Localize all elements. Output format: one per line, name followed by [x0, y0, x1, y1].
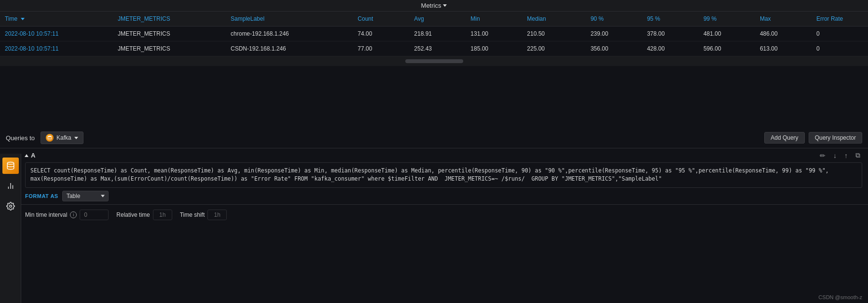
sidebar-icon-settings[interactable] — [2, 198, 19, 214]
query-a-section: A ✏ ↓ ↑ ⧉ SELECT count(ResponseTime) as … — [0, 148, 868, 205]
datasource-selector[interactable]: Kafka — [41, 132, 83, 144]
col-p99[interactable]: 99 % — [699, 12, 755, 26]
metrics-title[interactable]: Metrics — [421, 2, 447, 9]
table-row: 2022-08-10 10:57:11JMETER_METRICSCSDN-19… — [0, 41, 868, 56]
queries-left: Queries to Kafka — [6, 132, 83, 144]
query-down-button[interactable]: ↓ — [831, 151, 839, 159]
cell-max: 613.00 — [755, 41, 812, 56]
col-errorrate[interactable]: Error Rate — [812, 12, 868, 26]
min-time-interval-label: Min time interval — [25, 211, 67, 218]
format-as-label: FORMAT AS — [25, 193, 58, 199]
query-row-header: A ✏ ↓ ↑ ⧉ — [25, 151, 862, 159]
scroll-thumb[interactable] — [405, 59, 463, 63]
query-inspect-button[interactable]: Query Inspector — [809, 132, 862, 144]
query-copy-button[interactable]: ⧉ — [854, 151, 862, 159]
metrics-table: Time JMETER_METRICS SampleLabel Count Av… — [0, 12, 868, 56]
query-collapse-button[interactable] — [25, 154, 28, 158]
sidebar-icon-database[interactable] — [2, 158, 19, 174]
cell-p95: 428.00 — [642, 41, 699, 56]
col-sample[interactable]: SampleLabel — [226, 12, 353, 26]
cell-p95: 378.00 — [642, 26, 699, 41]
format-select-wrapper[interactable]: Table Time series Logs — [62, 191, 109, 201]
cell-time: 2022-08-10 10:57:11 — [0, 41, 113, 56]
format-select[interactable]: Table Time series Logs — [62, 191, 109, 201]
table-panel: Metrics Time JMETER_METRICS SampleLabel … — [0, 0, 868, 120]
col-time[interactable]: Time — [0, 12, 113, 26]
cell-sample: CSDN-192.168.1.246 — [226, 41, 353, 56]
col-count[interactable]: Count — [353, 12, 409, 26]
metrics-caret-icon — [443, 4, 447, 7]
col-median[interactable]: Median — [522, 12, 586, 26]
format-row: FORMAT AS Table Time series Logs — [25, 191, 862, 201]
cell-p90: 356.00 — [586, 41, 642, 56]
col-p95[interactable]: 95 % — [642, 12, 699, 26]
query-a-label: A — [31, 152, 35, 159]
col-min[interactable]: Min — [466, 12, 522, 26]
metrics-bar: Metrics — [0, 0, 868, 12]
min-time-interval-group: Min time interval i — [25, 210, 109, 220]
footer-text: CSDN @smooth-z — [818, 294, 862, 300]
table-row: 2022-08-10 10:57:11JMETER_METRICSchrome-… — [0, 26, 868, 41]
cell-errorRate: 0 — [812, 41, 868, 56]
datasource-name: Kafka — [56, 134, 71, 141]
svg-point-5 — [48, 136, 52, 137]
cell-p99: 481.00 — [699, 26, 755, 41]
datasource-icon — [46, 134, 54, 142]
relative-time-value[interactable]: 1h — [153, 210, 172, 220]
collapse-caret-icon — [25, 154, 28, 157]
cell-sample: chrome-192.168.1.246 — [226, 26, 353, 41]
query-actions: ✏ ↓ ↑ ⧉ — [818, 151, 862, 159]
col-p90[interactable]: 90 % — [586, 12, 642, 26]
sidebar — [0, 154, 21, 303]
cell-jmeter: JMETER_METRICS — [113, 41, 226, 56]
cell-avg: 218.91 — [409, 26, 466, 41]
metrics-label: Metrics — [421, 2, 441, 9]
query-up-button[interactable]: ↑ — [842, 151, 850, 159]
svg-point-4 — [9, 205, 12, 208]
col-avg[interactable]: Avg — [409, 12, 466, 26]
cell-p99: 596.00 — [699, 41, 755, 56]
min-time-info-icon[interactable]: i — [70, 211, 77, 218]
queries-label: Queries to — [6, 134, 35, 142]
time-shift-group: Time shift 1h — [180, 210, 227, 220]
cell-p90: 239.00 — [586, 26, 642, 41]
options-bar: Min time interval i Relative time 1h Tim… — [0, 205, 868, 225]
cell-median: 225.00 — [522, 41, 586, 56]
cell-errorRate: 0 — [812, 26, 868, 41]
time-shift-value[interactable]: 1h — [207, 210, 227, 220]
svg-point-0 — [7, 162, 14, 165]
cell-min: 185.00 — [466, 41, 522, 56]
cell-jmeter: JMETER_METRICS — [113, 26, 226, 41]
cell-count: 74.00 — [353, 26, 409, 41]
queries-header: Queries to Kafka Add Query Query Inspect… — [0, 128, 868, 148]
cell-min: 131.00 — [466, 26, 522, 41]
col-jmeter[interactable]: JMETER_METRICS — [113, 12, 226, 26]
bottom-panel: Queries to Kafka Add Query Query Inspect… — [0, 128, 868, 303]
relative-time-group: Relative time 1h — [116, 210, 172, 220]
query-edit-button[interactable]: ✏ — [818, 151, 827, 159]
query-sql-editor[interactable]: SELECT count(ResponseTime) as Count, mea… — [25, 162, 862, 188]
cell-count: 77.00 — [353, 41, 409, 56]
queries-right: Add Query Query Inspector — [764, 132, 862, 144]
min-time-interval-input[interactable] — [80, 210, 109, 220]
col-max[interactable]: Max — [755, 12, 812, 26]
datasource-caret-icon — [74, 137, 78, 139]
data-table-area: Time JMETER_METRICS SampleLabel Count Av… — [0, 12, 868, 56]
cell-median: 210.50 — [522, 26, 586, 41]
cell-time: 2022-08-10 10:57:11 — [0, 26, 113, 41]
scroll-area[interactable] — [0, 56, 868, 66]
sidebar-icon-chart[interactable] — [2, 178, 19, 194]
cell-max: 486.00 — [755, 26, 812, 41]
sort-icon — [21, 18, 25, 20]
relative-time-label: Relative time — [116, 211, 150, 218]
add-query-button[interactable]: Add Query — [764, 132, 804, 144]
cell-avg: 252.43 — [409, 41, 466, 56]
time-shift-label: Time shift — [180, 211, 205, 218]
